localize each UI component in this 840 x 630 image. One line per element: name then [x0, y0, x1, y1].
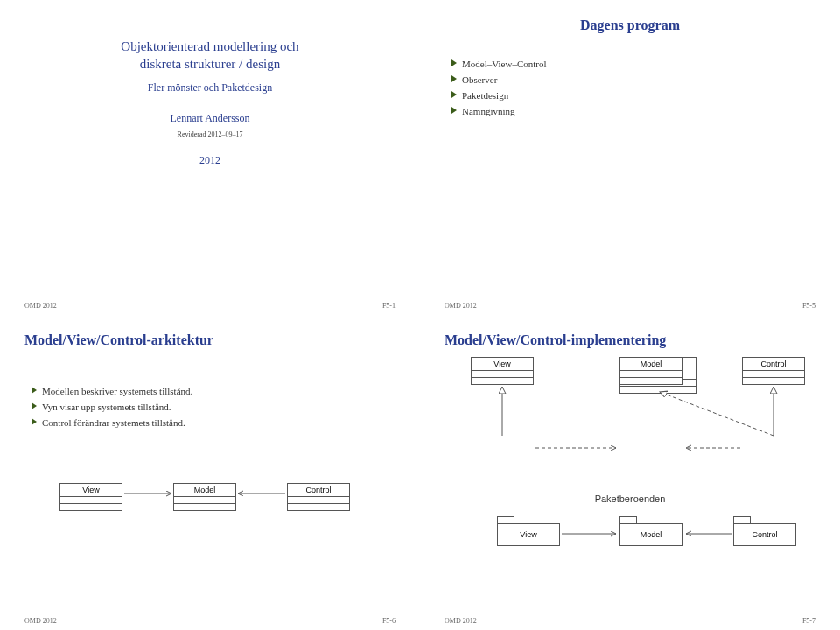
arrows-icon	[24, 457, 392, 579]
agenda-title: Dagens program	[444, 18, 816, 33]
bullet-icon	[32, 402, 37, 410]
bullet-icon	[32, 387, 37, 394]
title-slide: Objektorienterad modellering och diskret…	[0, 0, 420, 315]
bullet-icon	[452, 75, 457, 82]
list-item: Paketdesign	[452, 88, 816, 103]
footer-right: F5-1	[382, 302, 396, 310]
author: Lennart Andersson	[24, 112, 396, 125]
slide-title: Model/View/Control-arkitektur	[24, 332, 396, 348]
uml-control: Control	[742, 357, 805, 385]
svg-line-3	[660, 392, 774, 436]
revised: Reviderad 2012–09–17	[24, 130, 396, 138]
pkg-control: Control	[733, 516, 796, 546]
agenda-slide: Dagens program Model–View–Control Observ…	[420, 0, 840, 315]
footer-left: OMD 2012	[444, 302, 477, 310]
list-item: Model–View–Control	[452, 56, 816, 72]
course-title: Objektorienterad modellering och diskret…	[24, 38, 396, 73]
subtitle: Fler mönster och Paketdesign	[24, 81, 396, 94]
mvc-list: Modellen beskriver systemets tillstånd. …	[32, 383, 396, 430]
footer-right: F5-6	[382, 617, 396, 625]
bullet-icon	[32, 418, 37, 425]
pkg-view: View	[497, 516, 560, 546]
uml-view: View	[60, 483, 122, 511]
uml-view: View	[471, 357, 534, 385]
uml-control: Control	[287, 483, 350, 511]
mvc-arch-slide: Model/View/Control-arkitektur Modellen b…	[0, 315, 420, 630]
mvc-class-diagram: JFrame <<interface>>ActionListener JButt…	[444, 357, 816, 488]
bullet-icon	[452, 91, 457, 98]
agenda-list: Model–View–Control Observer Paketdesign …	[452, 56, 816, 119]
footer-right: F5-7	[802, 617, 816, 625]
footer-left: OMD 2012	[444, 617, 477, 625]
footer-right: F5-5	[802, 302, 816, 310]
uml-model: Model	[620, 357, 682, 385]
footer-left: OMD 2012	[24, 302, 57, 310]
list-item: Observer	[452, 72, 816, 88]
slide-title: Model/View/Control-implementering	[444, 332, 816, 348]
mvc-diagram: View Model Control	[24, 457, 396, 579]
mvc-impl-slide: Model/View/Control-implementering JFrame…	[420, 315, 840, 630]
bullet-icon	[452, 60, 457, 66]
pkg-model: Model	[620, 516, 682, 546]
paketberoenden-label: Paketberoenden	[444, 494, 816, 504]
year: 2012	[24, 154, 396, 167]
uml-model: Model	[173, 483, 236, 511]
bullet-icon	[452, 107, 457, 114]
list-item: Namngivning	[452, 103, 816, 119]
list-item: Vyn visar upp systemets tillstånd.	[32, 399, 396, 415]
list-item: Control förändrar systemets tillstånd.	[32, 415, 396, 430]
footer-left: OMD 2012	[24, 617, 57, 625]
list-item: Modellen beskriver systemets tillstånd.	[32, 383, 396, 399]
package-diagram: View Model Control	[444, 508, 816, 569]
